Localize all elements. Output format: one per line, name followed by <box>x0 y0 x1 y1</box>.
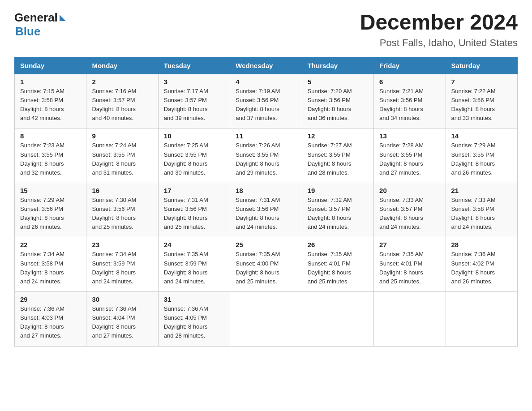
day-info: Sunrise: 7:22 AM Sunset: 3:56 PM Dayligh… <box>451 87 512 123</box>
calendar-week-row: 8 Sunrise: 7:23 AM Sunset: 3:55 PM Dayli… <box>15 128 518 183</box>
calendar-day-cell <box>446 292 517 347</box>
logo-triangle-icon <box>60 15 66 21</box>
day-of-week-header: Thursday <box>302 57 373 74</box>
calendar-day-cell: 3 Sunrise: 7:17 AM Sunset: 3:57 PM Dayli… <box>158 74 230 128</box>
day-info: Sunrise: 7:36 AM Sunset: 4:04 PM Dayligh… <box>92 304 152 341</box>
day-number: 13 <box>379 132 440 140</box>
calendar-day-cell: 22 Sunrise: 7:34 AM Sunset: 3:58 PM Dayl… <box>15 237 86 292</box>
calendar-title: December 2024 <box>360 11 518 34</box>
day-number: 28 <box>451 241 512 248</box>
calendar-day-cell: 31 Sunrise: 7:36 AM Sunset: 4:05 PM Dayl… <box>158 292 230 347</box>
day-number: 15 <box>20 187 81 194</box>
day-number: 26 <box>308 241 368 248</box>
calendar-day-cell: 8 Sunrise: 7:23 AM Sunset: 3:55 PM Dayli… <box>15 128 86 183</box>
calendar-day-cell: 16 Sunrise: 7:30 AM Sunset: 3:56 PM Dayl… <box>86 183 158 237</box>
day-info: Sunrise: 7:24 AM Sunset: 3:55 PM Dayligh… <box>92 141 152 177</box>
calendar-day-cell: 2 Sunrise: 7:16 AM Sunset: 3:57 PM Dayli… <box>86 74 158 128</box>
day-of-week-header: Monday <box>86 57 158 74</box>
day-number: 1 <box>20 78 81 86</box>
calendar-day-cell: 10 Sunrise: 7:25 AM Sunset: 3:55 PM Dayl… <box>158 128 230 183</box>
day-info: Sunrise: 7:34 AM Sunset: 3:59 PM Dayligh… <box>92 250 152 286</box>
day-number: 6 <box>379 78 440 86</box>
day-number: 9 <box>92 132 152 140</box>
calendar-day-cell: 25 Sunrise: 7:35 AM Sunset: 4:00 PM Dayl… <box>230 237 302 292</box>
calendar-week-row: 29 Sunrise: 7:36 AM Sunset: 4:03 PM Dayl… <box>15 292 518 347</box>
page-header: G eneral Blue December 2024 Post Falls, … <box>14 11 518 49</box>
day-info: Sunrise: 7:34 AM Sunset: 3:58 PM Dayligh… <box>20 250 81 286</box>
calendar-table: SundayMondayTuesdayWednesdayThursdayFrid… <box>14 57 518 347</box>
day-number: 18 <box>236 187 296 194</box>
day-number: 27 <box>379 241 440 248</box>
day-info: Sunrise: 7:32 AM Sunset: 3:57 PM Dayligh… <box>308 196 368 232</box>
calendar-week-row: 15 Sunrise: 7:29 AM Sunset: 3:56 PM Dayl… <box>15 183 518 237</box>
day-info: Sunrise: 7:31 AM Sunset: 3:56 PM Dayligh… <box>164 196 224 232</box>
day-info: Sunrise: 7:33 AM Sunset: 3:58 PM Dayligh… <box>451 196 512 232</box>
day-of-week-header: Tuesday <box>158 57 230 74</box>
calendar-day-cell: 21 Sunrise: 7:33 AM Sunset: 3:58 PM Dayl… <box>446 183 517 237</box>
day-info: Sunrise: 7:19 AM Sunset: 3:56 PM Dayligh… <box>236 87 296 123</box>
day-info: Sunrise: 7:33 AM Sunset: 3:57 PM Dayligh… <box>379 196 440 232</box>
day-number: 8 <box>20 132 81 140</box>
day-number: 29 <box>20 295 81 303</box>
day-info: Sunrise: 7:21 AM Sunset: 3:56 PM Dayligh… <box>379 87 440 123</box>
day-number: 19 <box>308 187 368 194</box>
day-number: 21 <box>451 187 512 194</box>
day-number: 22 <box>20 241 81 248</box>
calendar-day-cell: 13 Sunrise: 7:28 AM Sunset: 3:55 PM Dayl… <box>374 128 446 183</box>
calendar-day-cell: 14 Sunrise: 7:29 AM Sunset: 3:55 PM Dayl… <box>446 128 517 183</box>
day-info: Sunrise: 7:36 AM Sunset: 4:03 PM Dayligh… <box>20 304 81 341</box>
title-block: December 2024 Post Falls, Idaho, United … <box>360 11 518 49</box>
calendar-day-cell <box>302 292 373 347</box>
calendar-day-cell: 1 Sunrise: 7:15 AM Sunset: 3:58 PM Dayli… <box>15 74 86 128</box>
day-number: 10 <box>164 132 224 140</box>
day-info: Sunrise: 7:28 AM Sunset: 3:55 PM Dayligh… <box>379 141 440 177</box>
calendar-day-cell: 15 Sunrise: 7:29 AM Sunset: 3:56 PM Dayl… <box>15 183 86 237</box>
calendar-day-cell: 29 Sunrise: 7:36 AM Sunset: 4:03 PM Dayl… <box>15 292 86 347</box>
day-info: Sunrise: 7:25 AM Sunset: 3:55 PM Dayligh… <box>164 141 224 177</box>
calendar-day-cell: 18 Sunrise: 7:31 AM Sunset: 3:56 PM Dayl… <box>230 183 302 237</box>
day-number: 17 <box>164 187 224 194</box>
day-info: Sunrise: 7:36 AM Sunset: 4:02 PM Dayligh… <box>451 250 512 286</box>
day-info: Sunrise: 7:35 AM Sunset: 4:01 PM Dayligh… <box>379 250 440 286</box>
day-number: 14 <box>451 132 512 140</box>
calendar-subtitle: Post Falls, Idaho, United States <box>360 37 518 49</box>
day-info: Sunrise: 7:26 AM Sunset: 3:55 PM Dayligh… <box>236 141 296 177</box>
day-info: Sunrise: 7:35 AM Sunset: 4:01 PM Dayligh… <box>308 250 368 286</box>
day-number: 24 <box>164 241 224 248</box>
day-info: Sunrise: 7:35 AM Sunset: 4:00 PM Dayligh… <box>236 250 296 286</box>
calendar-day-cell: 11 Sunrise: 7:26 AM Sunset: 3:55 PM Dayl… <box>230 128 302 183</box>
day-info: Sunrise: 7:20 AM Sunset: 3:56 PM Dayligh… <box>308 87 368 123</box>
calendar-day-cell: 4 Sunrise: 7:19 AM Sunset: 3:56 PM Dayli… <box>230 74 302 128</box>
calendar-day-cell: 30 Sunrise: 7:36 AM Sunset: 4:04 PM Dayl… <box>86 292 158 347</box>
day-number: 12 <box>308 132 368 140</box>
day-number: 30 <box>92 295 152 303</box>
calendar-day-cell: 6 Sunrise: 7:21 AM Sunset: 3:56 PM Dayli… <box>374 74 446 128</box>
calendar-week-row: 22 Sunrise: 7:34 AM Sunset: 3:58 PM Dayl… <box>15 237 518 292</box>
calendar-day-cell: 24 Sunrise: 7:35 AM Sunset: 3:59 PM Dayl… <box>158 237 230 292</box>
day-info: Sunrise: 7:35 AM Sunset: 3:59 PM Dayligh… <box>164 250 224 286</box>
day-number: 25 <box>236 241 296 248</box>
day-of-week-header: Wednesday <box>230 57 302 74</box>
day-info: Sunrise: 7:15 AM Sunset: 3:58 PM Dayligh… <box>20 87 81 123</box>
day-info: Sunrise: 7:31 AM Sunset: 3:56 PM Dayligh… <box>236 196 296 232</box>
day-info: Sunrise: 7:36 AM Sunset: 4:05 PM Dayligh… <box>164 304 224 341</box>
calendar-day-cell: 9 Sunrise: 7:24 AM Sunset: 3:55 PM Dayli… <box>86 128 158 183</box>
day-number: 2 <box>92 78 152 86</box>
day-info: Sunrise: 7:30 AM Sunset: 3:56 PM Dayligh… <box>92 196 152 232</box>
calendar-day-cell: 20 Sunrise: 7:33 AM Sunset: 3:57 PM Dayl… <box>374 183 446 237</box>
calendar-day-cell <box>230 292 302 347</box>
calendar-day-cell <box>374 292 446 347</box>
day-number: 5 <box>308 78 368 86</box>
calendar-week-row: 1 Sunrise: 7:15 AM Sunset: 3:58 PM Dayli… <box>15 74 518 128</box>
day-number: 4 <box>236 78 296 86</box>
calendar-day-cell: 26 Sunrise: 7:35 AM Sunset: 4:01 PM Dayl… <box>302 237 373 292</box>
day-info: Sunrise: 7:27 AM Sunset: 3:55 PM Dayligh… <box>308 141 368 177</box>
calendar-day-cell: 19 Sunrise: 7:32 AM Sunset: 3:57 PM Dayl… <box>302 183 373 237</box>
calendar-header-row: SundayMondayTuesdayWednesdayThursdayFrid… <box>15 57 518 74</box>
day-number: 23 <box>92 241 152 248</box>
calendar-day-cell: 5 Sunrise: 7:20 AM Sunset: 3:56 PM Dayli… <box>302 74 373 128</box>
day-of-week-header: Sunday <box>15 57 86 74</box>
day-info: Sunrise: 7:17 AM Sunset: 3:57 PM Dayligh… <box>164 87 224 123</box>
calendar-day-cell: 23 Sunrise: 7:34 AM Sunset: 3:59 PM Dayl… <box>86 237 158 292</box>
day-of-week-header: Saturday <box>446 57 517 74</box>
